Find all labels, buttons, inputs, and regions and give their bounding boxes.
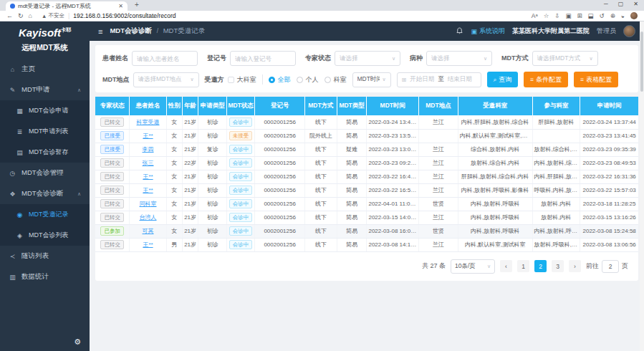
collections-icon[interactable]: ▣ bbox=[565, 12, 571, 19]
patient-name-input[interactable] bbox=[132, 51, 198, 66]
user-avatar[interactable] bbox=[623, 25, 635, 37]
sidebar-item-MDT申请[interactable]: ✎MDT申请∧ bbox=[0, 80, 90, 100]
prev-page-button[interactable]: ‹ bbox=[500, 260, 512, 272]
sidebar-item-MDT会诊列表[interactable]: ◈MDT会诊列表 bbox=[0, 225, 90, 246]
cell-joined-depts: 放射科,综合科,内科 bbox=[532, 143, 580, 156]
radio-personal[interactable]: 个人 bbox=[297, 75, 319, 85]
radio-all[interactable]: 全部 bbox=[269, 75, 291, 85]
url-box[interactable]: ▲ 不安全 | 192.168.0.156:9002/consultate/re… bbox=[37, 11, 527, 20]
sidebar-item-随访列表[interactable]: ≺随访列表 bbox=[0, 246, 90, 266]
radio-dot[interactable] bbox=[297, 77, 303, 83]
edit-icon: ✎ bbox=[9, 87, 16, 94]
cell-mdt-status: 会诊中 bbox=[226, 224, 254, 238]
home-icon[interactable]: ⌂ bbox=[29, 12, 32, 19]
downloads-icon[interactable]: ⇩ bbox=[554, 12, 559, 19]
next-page-button[interactable]: › bbox=[569, 260, 581, 272]
back-icon[interactable]: ← bbox=[6, 12, 13, 19]
sidebar-item-MDT会诊暂存[interactable]: ▤MDT会诊暂存 bbox=[0, 142, 90, 163]
radio-dot[interactable] bbox=[325, 77, 331, 83]
patient-name-link[interactable]: 张三 bbox=[143, 160, 154, 166]
column-header-专家状态: 专家状态 bbox=[95, 97, 130, 115]
sidebar-item-MDT受邀记录[interactable]: ◉MDT受邀记录 bbox=[0, 204, 90, 225]
patient-name-link[interactable]: 台湾人 bbox=[140, 214, 157, 221]
mdt-mode-select[interactable]: 请选择MDT方式 ∨ bbox=[532, 51, 598, 66]
page-size-select[interactable]: 10条/页 ∨ bbox=[451, 259, 495, 274]
patient-name-link[interactable]: 王** bbox=[143, 133, 153, 139]
screenshot-icon[interactable]: ⬓ bbox=[588, 12, 594, 19]
search-button[interactable]: ⌕ 查询 bbox=[487, 72, 519, 87]
new-tab-button[interactable]: + bbox=[135, 1, 139, 9]
top-navbar: ≡ MDT会诊诊断 / MDT受邀记录 ▣ 系统说明 某某医科大学附属第二医院 … bbox=[90, 21, 644, 41]
table-row: 已接受李四女21岁复诊会诊中0002001256线下疑难2022-03-23 1… bbox=[95, 143, 638, 156]
cell-reg-no: 0002001256 bbox=[255, 211, 305, 224]
sidebar-item-MDT会诊管理[interactable]: ◷MDT会诊管理 bbox=[0, 163, 90, 183]
sidebar-item-MDT申请列表[interactable]: ≣MDT申请列表 bbox=[0, 121, 90, 142]
patient-name-link[interactable]: 王** bbox=[143, 173, 153, 180]
browser-tab[interactable]: mdt受邀记录 - 远程MDT系统 ✕ bbox=[6, 1, 128, 11]
sidebar-item-数据统计[interactable]: ▥数据统计 bbox=[0, 266, 90, 287]
url-text[interactable]: 192.168.0.156:9002/consultate/record bbox=[73, 12, 176, 19]
cell-gender: 女 bbox=[166, 129, 182, 143]
window-close-icon[interactable]: ✕ bbox=[633, 1, 638, 7]
text-size-icon[interactable]: Aᵃ bbox=[532, 12, 538, 19]
date-range-picker[interactable]: ⊞ 开始日期 至 结束日期 bbox=[397, 72, 481, 87]
radio-department[interactable]: 科室 bbox=[325, 75, 347, 85]
refresh-icon[interactable]: ↻ bbox=[18, 12, 24, 19]
window-minimize-icon[interactable]: ─ bbox=[604, 1, 608, 7]
page-button-1[interactable]: 1 bbox=[517, 260, 529, 272]
patient-name-link[interactable]: 王** bbox=[143, 241, 153, 248]
sidebar-item-主页[interactable]: ⌂主页 bbox=[0, 59, 90, 80]
split-screen-icon[interactable]: ⊞ bbox=[577, 12, 582, 19]
page-button-3[interactable]: 3 bbox=[552, 260, 564, 272]
page-scrollbar[interactable] bbox=[640, 21, 644, 351]
system-help-link[interactable]: ▣ 系统说明 bbox=[471, 27, 505, 36]
cell-patient-name: 李四 bbox=[130, 143, 167, 156]
page-button-2[interactable]: 2 bbox=[534, 260, 547, 272]
cell-apply-time: 2022-03-15 13:16:26 bbox=[580, 211, 638, 224]
radio-personal-label: 个人 bbox=[306, 75, 319, 85]
cell-age: 22岁 bbox=[182, 156, 198, 170]
cell-mdt-place: 世贤 bbox=[419, 224, 458, 238]
history-icon[interactable]: ↺ bbox=[600, 12, 605, 19]
notification-bell-icon[interactable] bbox=[456, 27, 463, 35]
extensions-icon[interactable]: ⊕ bbox=[610, 12, 615, 19]
mdt-time-select[interactable]: MDT时间 ∨ bbox=[352, 72, 391, 87]
patient-name-link[interactable]: 同科室 bbox=[140, 201, 157, 207]
patient-name-link[interactable]: 科室受邀 bbox=[137, 119, 160, 125]
cell-expert-status: 已转交 bbox=[95, 197, 130, 211]
table-config-label: 表格配置 bbox=[586, 75, 612, 85]
window-maximize-icon[interactable]: ▢ bbox=[618, 1, 624, 7]
disease-select[interactable]: 请选择 ∨ bbox=[426, 51, 492, 66]
mdt-place-select[interactable]: 请选择MDT地点 ∨ bbox=[133, 72, 199, 87]
tab-close-icon[interactable]: ✕ bbox=[118, 3, 123, 9]
scrollbar-thumb[interactable] bbox=[640, 32, 643, 92]
patient-name-link[interactable]: 王** bbox=[143, 187, 153, 193]
expert-status-select[interactable]: 请选择 ∨ bbox=[335, 51, 400, 66]
user-role[interactable]: 管理员 bbox=[597, 27, 616, 36]
cell-mdt-time: 2022-03-23 13:50:00 bbox=[367, 129, 419, 143]
cell-gender: 女 bbox=[166, 183, 182, 197]
browser-essentials-icon[interactable]: ◒ bbox=[621, 12, 625, 19]
sidebar-item-MDT会诊诊断[interactable]: ❖MDT会诊诊断∧ bbox=[0, 183, 90, 204]
sidebar-item-MDT会诊申请[interactable]: ▦MDT会诊申请 bbox=[0, 100, 90, 121]
condition-config-button[interactable]: ≡ 条件配置 bbox=[524, 72, 568, 87]
cell-mdt-status: 会诊中 bbox=[226, 211, 254, 224]
breadcrumb-current[interactable]: MDT受邀记录 bbox=[163, 27, 206, 34]
table-config-button[interactable]: ≡ 表格配置 bbox=[574, 72, 618, 87]
sidebar-settings-gear-icon[interactable]: ⚙ bbox=[74, 337, 81, 347]
register-no-input[interactable] bbox=[230, 51, 296, 66]
patient-name-link[interactable]: 可其 bbox=[143, 228, 154, 234]
favorite-star-icon[interactable]: ☆ bbox=[544, 12, 549, 19]
radio-dot[interactable] bbox=[269, 77, 275, 83]
goto-page-input[interactable] bbox=[602, 260, 619, 273]
cell-mdt-place bbox=[419, 129, 458, 143]
date-to-label: 至 bbox=[438, 75, 444, 84]
sidebar-collapse-icon[interactable]: ≡ bbox=[98, 27, 102, 36]
big-department-checkbox[interactable]: 大科室 bbox=[228, 75, 256, 85]
browser-profile-avatar[interactable] bbox=[630, 12, 638, 19]
patient-name-link[interactable]: 李四 bbox=[143, 146, 154, 153]
expert-status-badge: 已转交 bbox=[100, 117, 124, 127]
page-size-value: 10条/页 bbox=[455, 262, 476, 271]
tab-title: mdt受邀记录 - 远程MDT系统 bbox=[18, 2, 115, 10]
checkbox-box[interactable] bbox=[228, 77, 234, 83]
